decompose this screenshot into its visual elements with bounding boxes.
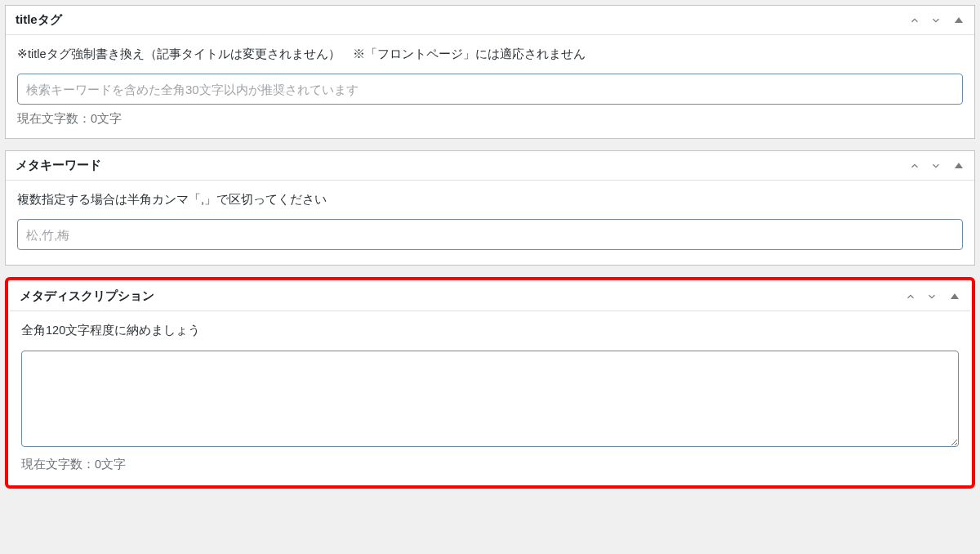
title-tag-header: titleタグ <box>6 6 974 35</box>
collapse-toggle-icon[interactable] <box>946 289 960 304</box>
panel-controls <box>903 289 960 304</box>
title-tag-input[interactable] <box>17 74 963 105</box>
move-up-icon[interactable] <box>907 13 922 28</box>
meta-description-header: メタディスクリプション <box>10 282 970 311</box>
move-down-icon[interactable] <box>929 13 943 28</box>
move-up-icon[interactable] <box>907 159 922 173</box>
title-tag-heading: titleタグ <box>16 12 62 28</box>
title-tag-body: ※titleタグ強制書き換え（記事タイトルは変更されません） ※「フロントページ… <box>6 35 974 138</box>
meta-description-char-count: 現在文字数：0文字 <box>21 457 959 472</box>
meta-description-help: 全角120文字程度に納めましょう <box>21 321 959 340</box>
move-down-icon[interactable] <box>929 159 943 173</box>
move-down-icon[interactable] <box>924 289 939 304</box>
meta-keywords-heading: メタキーワード <box>16 158 101 173</box>
collapse-toggle-icon[interactable] <box>950 13 964 28</box>
meta-keywords-body: 複数指定する場合は半角カンマ「,」で区切ってください <box>6 181 974 265</box>
panel-controls <box>907 13 964 28</box>
meta-description-highlight: メタディスクリプション 全角120文字程度に納めましょう 現在文字数：0文字 <box>5 277 975 488</box>
collapse-toggle-icon[interactable] <box>950 159 964 173</box>
meta-keywords-input[interactable] <box>17 219 963 250</box>
meta-description-body: 全角120文字程度に納めましょう 現在文字数：0文字 <box>10 311 970 483</box>
meta-keywords-help: 複数指定する場合は半角カンマ「,」で区切ってください <box>17 190 963 209</box>
title-tag-help: ※titleタグ強制書き換え（記事タイトルは変更されません） ※「フロントページ… <box>17 45 963 64</box>
meta-keywords-header: メタキーワード <box>6 151 974 181</box>
title-tag-panel: titleタグ ※titleタグ強制書き換え（記事タイトルは変更されません） ※… <box>5 5 975 139</box>
meta-description-panel: メタディスクリプション 全角120文字程度に納めましょう 現在文字数：0文字 <box>10 282 970 483</box>
title-tag-char-count: 現在文字数：0文字 <box>17 111 963 127</box>
move-up-icon[interactable] <box>903 289 918 304</box>
meta-description-heading: メタディスクリプション <box>20 288 154 304</box>
meta-description-textarea[interactable] <box>21 351 959 447</box>
panel-controls <box>907 159 964 173</box>
meta-keywords-panel: メタキーワード 複数指定する場合は半角カンマ「,」で区切ってください <box>5 150 975 266</box>
